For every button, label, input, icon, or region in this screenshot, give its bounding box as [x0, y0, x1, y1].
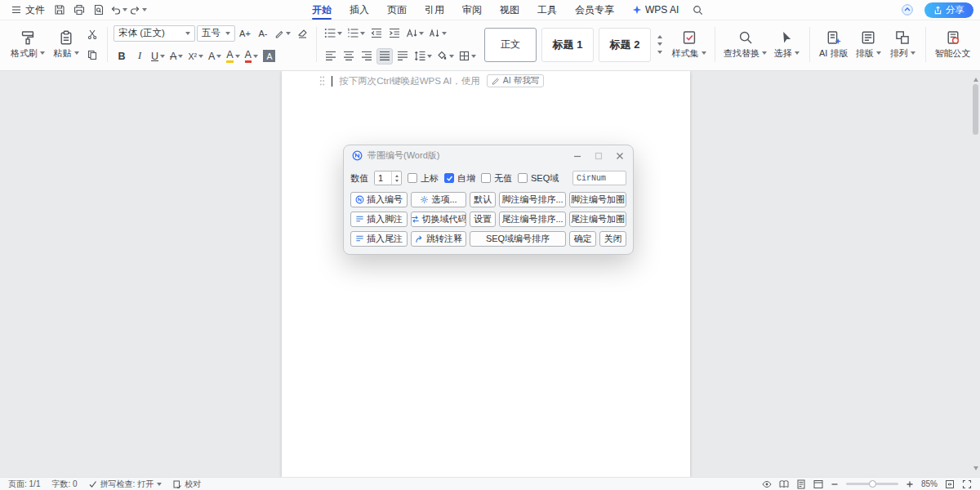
pinyin-button[interactable]: A: [207, 48, 223, 65]
options-button[interactable]: 选项...: [411, 192, 466, 207]
spellcheck-toggle[interactable]: 拼写检查: 打开: [89, 479, 163, 490]
close-button[interactable]: 关闭: [599, 231, 626, 247]
eye-protection-icon[interactable]: [762, 479, 772, 489]
tab-wps-ai[interactable]: WPS AI: [623, 0, 688, 20]
share-button[interactable]: 分享: [924, 2, 973, 18]
fullscreen-icon[interactable]: [962, 479, 972, 489]
gallery-up-button[interactable]: [657, 33, 662, 38]
align-right-button[interactable]: [359, 48, 375, 65]
undo-button[interactable]: [109, 2, 127, 18]
toggle-field-code-button[interactable]: 切换域代码: [411, 212, 466, 227]
cut-button[interactable]: [84, 26, 100, 42]
gallery-more-button[interactable]: [657, 51, 662, 56]
format-painter-button[interactable]: 格式刷: [7, 23, 49, 66]
char-shading-button[interactable]: A: [261, 48, 278, 65]
dialog-title-bar[interactable]: 带圈编号(Word版): [344, 145, 633, 166]
upgrade-icon[interactable]: [898, 2, 916, 18]
value-input[interactable]: [375, 172, 391, 185]
smart-doc-button[interactable]: 智能公文: [932, 23, 973, 66]
endnote-sort-button[interactable]: 尾注编号排序...: [499, 212, 566, 227]
select-button[interactable]: 选择: [769, 23, 804, 66]
zoom-slider[interactable]: [846, 483, 898, 485]
find-replace-button[interactable]: 查找替换: [721, 23, 769, 66]
font-name-select[interactable]: 宋体 (正文): [114, 25, 195, 42]
checkbox-superscript[interactable]: 上标: [408, 172, 439, 185]
ai-layout-button[interactable]: AI 排版: [816, 23, 851, 66]
search-button[interactable]: [688, 2, 706, 18]
align-center-button[interactable]: [341, 48, 357, 65]
step-down-icon[interactable]: [392, 178, 401, 185]
page-layout-icon[interactable]: [796, 479, 806, 489]
checkbox-novalue[interactable]: 无值: [481, 172, 512, 185]
underline-button[interactable]: U: [149, 48, 167, 65]
save-button[interactable]: [51, 2, 69, 18]
paste-button[interactable]: 粘贴: [49, 23, 83, 66]
sort-button[interactable]: [427, 25, 448, 42]
italic-button[interactable]: I: [131, 48, 148, 65]
web-layout-icon[interactable]: [813, 479, 823, 489]
tab-review[interactable]: 审阅: [453, 0, 491, 20]
shrink-font-button[interactable]: A-: [255, 25, 271, 42]
seq-sort-button[interactable]: SEQ域编号排序: [470, 231, 566, 247]
borders-button[interactable]: [457, 48, 478, 65]
scroll-up-icon[interactable]: [973, 75, 978, 82]
arrange-button[interactable]: 排列: [885, 23, 920, 66]
zoom-out-icon[interactable]: [831, 480, 839, 488]
document-page[interactable]: 按下两次Ctrl键唤起WPS AI，使用 AI 帮我写: [282, 71, 690, 477]
ai-write-tag[interactable]: AI 帮我写: [487, 74, 544, 87]
gallery-down-button[interactable]: [657, 42, 662, 48]
shading-button[interactable]: [435, 48, 456, 65]
grow-font-button[interactable]: A+: [237, 25, 253, 42]
insert-footnote-button[interactable]: 插入脚注: [350, 212, 408, 227]
zoom-level[interactable]: 85%: [921, 479, 938, 488]
insert-number-button[interactable]: 插入编号: [350, 192, 408, 207]
tab-home[interactable]: 开始: [303, 0, 341, 20]
text-effects-button[interactable]: [273, 25, 292, 42]
insert-endnote-button[interactable]: 插入尾注: [350, 231, 408, 247]
align-justify-button[interactable]: [376, 48, 393, 65]
zoom-slider-thumb[interactable]: [869, 480, 876, 488]
redo-button[interactable]: [129, 2, 147, 18]
bullet-list-button[interactable]: [323, 25, 344, 42]
fit-page-icon[interactable]: [945, 479, 955, 489]
text-direction-button[interactable]: [404, 25, 425, 42]
footnote-sort-button[interactable]: 脚注编号排序...: [499, 192, 566, 207]
default-button[interactable]: 默认: [470, 192, 496, 207]
maximize-icon[interactable]: [593, 150, 604, 161]
style-set-button[interactable]: 样式集: [669, 23, 709, 66]
highlight-color-button[interactable]: A: [225, 48, 241, 65]
tab-tools[interactable]: 工具: [528, 0, 566, 20]
font-size-select[interactable]: 五号: [197, 25, 235, 42]
tab-member[interactable]: 会员专享: [566, 0, 623, 20]
print-button[interactable]: [70, 2, 88, 18]
tab-reference[interactable]: 引用: [416, 0, 453, 20]
endnote-circle-button[interactable]: 尾注编号加圈: [569, 212, 626, 227]
bold-button[interactable]: B: [114, 48, 130, 65]
checkbox-seqfield[interactable]: SEQ域: [518, 172, 559, 185]
file-menu-button[interactable]: 文件: [7, 0, 50, 20]
style-item-heading2[interactable]: 标题 2: [599, 28, 651, 62]
print-preview-button[interactable]: [90, 2, 108, 18]
reading-layout-icon[interactable]: [779, 479, 789, 489]
copy-button[interactable]: [84, 47, 100, 63]
strikethrough-button[interactable]: A: [168, 48, 185, 65]
tab-page[interactable]: 页面: [378, 0, 416, 20]
tab-view[interactable]: 视图: [491, 0, 528, 20]
layout-button[interactable]: 排版: [851, 23, 885, 66]
drag-handle-icon[interactable]: [319, 76, 325, 86]
scrollbar-thumb[interactable]: [973, 84, 978, 135]
style-item-body[interactable]: 正文: [484, 28, 537, 62]
proofread-button[interactable]: 校对: [173, 479, 201, 490]
clear-format-button[interactable]: [294, 25, 310, 42]
font-color-button[interactable]: A: [243, 48, 260, 65]
decrease-indent-button[interactable]: [368, 25, 385, 42]
superscript-button[interactable]: X²: [186, 48, 205, 65]
align-left-button[interactable]: [323, 48, 339, 65]
numbered-list-button[interactable]: [345, 25, 367, 42]
scroll-down-icon[interactable]: [973, 466, 978, 473]
increase-indent-button[interactable]: [386, 25, 403, 42]
footnote-circle-button[interactable]: 脚注编号加圈: [569, 192, 626, 207]
seq-name-input[interactable]: [572, 171, 626, 185]
checkbox-autoincrement[interactable]: 自增: [444, 172, 475, 185]
line-spacing-button[interactable]: [412, 48, 434, 65]
